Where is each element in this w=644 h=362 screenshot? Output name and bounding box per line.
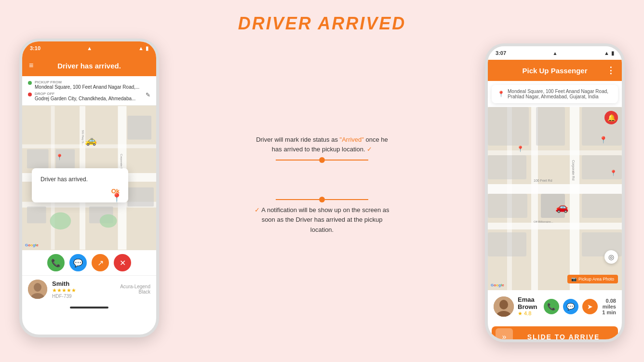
pickup-label: PICKUP FROM — [35, 80, 139, 84]
right-map-pin-3: 📍 — [517, 146, 524, 152]
left-time: 3:10 — [30, 45, 40, 51]
right-car-icon: 🚗 — [555, 201, 568, 214]
svg-rect-11 — [127, 188, 154, 207]
right-map-pin-1: 📍 — [599, 136, 607, 144]
left-address-bar: PICKUP FROM Mondeal Square, 100 Feet Ana… — [22, 76, 156, 106]
navigate-passenger-button[interactable]: ➤ — [582, 299, 598, 314]
svg-rect-10 — [27, 207, 46, 224]
notification-bell: 🔔 — [604, 111, 618, 124]
svg-rect-35 — [582, 194, 622, 218]
svg-rect-9 — [127, 116, 151, 140]
svg-point-19 — [34, 283, 41, 292]
svg-rect-23 — [570, 107, 579, 290]
svg-text:Off Billionaire...: Off Billionaire... — [534, 220, 553, 223]
location-icon: 📍 — [497, 91, 505, 97]
pickup-address: Mondeal Square, 100 Feet Anand Nagar Roa… — [35, 84, 139, 90]
alert-ok-button[interactable]: Ok — [40, 188, 120, 195]
driver-car: Acura-Legend — [120, 284, 150, 289]
slide-to-arrive-label: SLIDE TO ARRIVE — [513, 333, 614, 341]
svg-text:SG Hwy S...: SG Hwy S... — [81, 130, 84, 146]
svg-text:100 Feet Rd: 100 Feet Rd — [534, 179, 552, 182]
right-phone: 3:07 ▲ ▲ ▮ Pick Up Passenger ⋮ 📍 Mondeal… — [485, 43, 625, 342]
right-nav-icon: ▲ — [553, 51, 558, 56]
slide-to-arrive-button[interactable]: » SLIDE TO ARRIVE — [492, 326, 618, 342]
svg-point-14 — [100, 214, 117, 228]
right-map: Corporate Rd 100 Feet Rd Off Billionaire… — [488, 107, 622, 290]
right-wifi-icon: ▲ — [604, 50, 609, 56]
right-map-pin-2: 📍 — [610, 170, 617, 176]
svg-text:Corporate Rd: Corporate Rd — [571, 160, 575, 180]
passenger-rating: ★ 4.8 — [518, 310, 540, 317]
left-location-icon: ▲ — [87, 45, 92, 51]
right-search-bar[interactable]: 📍 Mondeal Square, 100 Feet Anand Nagar R… — [492, 85, 618, 103]
edit-icon[interactable]: ✎ — [146, 92, 150, 98]
message-passenger-button[interactable]: 💬 — [563, 299, 578, 314]
right-bottom-panel: Emaa Brown ★ 4.8 📞 💬 ➤ 0.08 miles 1 min — [488, 290, 622, 322]
driver-name: Smith — [52, 280, 76, 287]
page-title: DRIVER ARRIVED — [0, 0, 644, 34]
right-google-logo: Google — [491, 283, 504, 287]
pickup-dot — [28, 81, 32, 85]
map-pin-1: 📍 — [111, 192, 122, 203]
pickup-photo-label: Pickup Area Photo — [578, 277, 614, 282]
map-pin-2: 📍 — [56, 154, 63, 161]
annotation-1-text: Driver will mark ride status as "Arrived… — [255, 135, 389, 154]
svg-rect-28 — [488, 107, 529, 146]
driver-id: HDF-739 — [52, 294, 76, 299]
phone-button[interactable]: 📞 — [47, 254, 65, 271]
right-battery-icon: ▮ — [611, 50, 614, 56]
dropoff-address: Godrej Garden City, Chandkheda, Ahmedaba… — [35, 96, 135, 101]
google-logo: Google — [25, 243, 39, 247]
left-phone: 3:10 ▲ ▲ ▮ ≡ Driver has arrived. PICKUP … — [19, 39, 159, 337]
left-map: 100 Feet Rd Corporate Rd SG Hwy S... Dri… — [22, 106, 156, 250]
driver-avatar — [28, 280, 47, 299]
left-wifi-icon: ▲ — [138, 45, 144, 51]
home-bar — [70, 307, 108, 308]
contact-buttons: 📞 💬 ➤ — [544, 299, 598, 314]
annotation-2-text: ✓ A notification will be show up on the … — [255, 205, 389, 234]
cancel-button[interactable]: ✕ — [114, 254, 131, 271]
left-action-bar: 📞 💬 ↗ ✕ — [22, 250, 156, 275]
dropoff-label: DROP OFF — [35, 92, 135, 96]
left-battery-icon: ▮ — [146, 45, 148, 52]
left-status-bar: 3:10 ▲ ▲ ▮ — [22, 41, 156, 55]
share-button[interactable]: ↗ — [92, 254, 109, 271]
right-header: Pick Up Passenger ⋮ — [488, 60, 622, 81]
svg-point-13 — [50, 212, 71, 229]
left-header: ≡ Driver has arrived. — [22, 55, 156, 76]
camera-icon: 📷 — [571, 277, 577, 282]
svg-rect-33 — [488, 194, 527, 218]
svg-point-42 — [499, 300, 508, 309]
driver-stars: ★★★★★ — [52, 287, 76, 294]
right-status-bar: 3:07 ▲ ▲ ▮ — [488, 46, 622, 60]
driver-car-color: Black — [120, 289, 150, 295]
left-driver-info: Smith ★★★★★ HDF-739 Acura-Legend Black — [22, 275, 156, 303]
right-header-title: Pick Up Passenger — [522, 67, 587, 75]
pickup-photo-button[interactable]: 📷 Pickup Area Photo — [567, 275, 618, 283]
left-header-title: Driver has arrived. — [57, 62, 121, 70]
svg-rect-29 — [536, 107, 565, 146]
left-home-indicator — [22, 303, 156, 312]
alert-message: Driver has arrived. — [40, 176, 120, 183]
crosshair-button[interactable]: ◎ — [604, 250, 618, 264]
right-time: 3:07 — [496, 50, 506, 56]
svg-rect-7 — [27, 149, 49, 168]
passenger-distance: 0.08 miles 1 min — [602, 298, 616, 315]
passenger-name: Emaa Brown — [518, 296, 540, 310]
passenger-avatar — [494, 296, 514, 317]
svg-rect-31 — [488, 155, 526, 179]
chat-button[interactable]: 💬 — [69, 254, 87, 271]
right-address: Mondeal Square, 100 Feet Anand Nagar Roa… — [508, 89, 612, 99]
car-map-icon: 🚕 — [85, 134, 97, 146]
svg-rect-36 — [488, 232, 526, 256]
slide-handle: » — [496, 328, 513, 342]
dropoff-dot — [28, 93, 32, 96]
more-icon[interactable]: ⋮ — [606, 65, 615, 76]
annotation-section: Driver will mark ride status as "Arrived… — [159, 67, 485, 235]
call-passenger-button[interactable]: 📞 — [544, 299, 559, 314]
menu-icon[interactable]: ≡ — [29, 61, 33, 70]
